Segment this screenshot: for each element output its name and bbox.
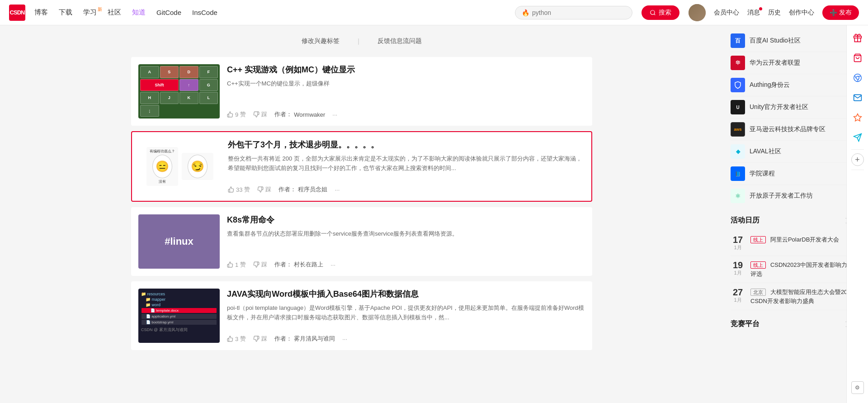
svg-line-1 bbox=[654, 14, 656, 15]
filter-bar: 修改兴趣标签 | 反馈信息流问题 bbox=[131, 33, 592, 50]
dislike-icon-1 bbox=[253, 111, 259, 118]
avatar-image bbox=[689, 4, 706, 21]
rail-item-star[interactable] bbox=[849, 109, 866, 126]
article-body-2: 外包干了3个月，技术退步明显。。。。。 整份文档一共有将近 200 页，全部为大… bbox=[228, 139, 584, 194]
partner-item-aws[interactable]: aws 亚马逊云科技技术品牌专区 › bbox=[731, 119, 861, 141]
message-badge bbox=[759, 7, 762, 10]
likes-4[interactable]: 3赞 bbox=[227, 335, 246, 343]
article-body-3: K8s常用命令 查看集群各节点的状态部署应用删除一个service服务查询ser… bbox=[227, 214, 585, 269]
article-title-1: C++ 实现游戏（例如MC）键位显示 bbox=[227, 64, 585, 76]
article-desc-1: C++实现一个MC的键位显示，超级像样 bbox=[227, 79, 585, 89]
rail-divider-2 bbox=[851, 170, 864, 170]
chrome-icon bbox=[853, 73, 862, 82]
likes-2[interactable]: 33赞 bbox=[228, 185, 250, 194]
filter-divider: | bbox=[358, 38, 359, 45]
filter-feedback-btn[interactable]: 反馈信息流问题 bbox=[377, 37, 422, 45]
main-layout: 修改兴趣标签 | 反馈信息流问题 A S D F Shift ↑ G H J K… bbox=[0, 25, 868, 363]
rail-settings-btn[interactable]: ⚙ bbox=[851, 381, 864, 394]
activity-item-3: 27 1月 北京 大模型智能应用生态大会暨2023 CSDN开发者影响力盛典 bbox=[731, 283, 861, 310]
shield-icon bbox=[734, 81, 742, 89]
likes-1[interactable]: 9赞 bbox=[227, 110, 246, 119]
article-thumb-meme: 有编程功底么？ 😑 没有 😏 bbox=[139, 139, 221, 194]
activity-section: 活动日历 更多> 17 1月 线上 阿里云PolarDB开发者大会 19 bbox=[731, 216, 861, 310]
svg-marker-14 bbox=[854, 114, 861, 121]
dislike-icon-4 bbox=[253, 336, 259, 342]
rail-add-btn[interactable]: + bbox=[851, 153, 864, 166]
article-thumb-game: A S D F Shift ↑ G H J K L ; bbox=[138, 64, 220, 119]
creator-center-btn[interactable]: 创作中心 bbox=[789, 9, 814, 17]
article-card-2[interactable]: 有编程功底么？ 😑 没有 😏 外包干了3个月，技术退步明显。。。。。 整份文档一… bbox=[131, 131, 592, 202]
search-icon: 🔥 bbox=[522, 9, 529, 16]
search-button[interactable]: 搜索 bbox=[642, 5, 679, 20]
like-icon-1 bbox=[227, 111, 233, 118]
contest-title: 竞赛平台 更多> bbox=[731, 319, 861, 329]
author-3: 作者：村长在路上 bbox=[274, 261, 323, 269]
nav-item-gitcode[interactable]: GitCode bbox=[156, 9, 181, 16]
partner-logo-openatom: ⚛ bbox=[731, 189, 745, 203]
message-btn[interactable]: 消息 bbox=[747, 9, 760, 17]
logo[interactable]: CSDN bbox=[9, 5, 25, 21]
rail-bottom: ⚙ bbox=[851, 174, 864, 398]
more-btn-1[interactable]: ··· bbox=[332, 111, 337, 118]
filter-tag-btn[interactable]: 修改兴趣标签 bbox=[302, 37, 340, 45]
shopping-bag-icon bbox=[853, 53, 862, 62]
article-card-1[interactable]: A S D F Shift ↑ G H J K L ; C++ 实现游戏（例如M… bbox=[131, 57, 592, 126]
avatar[interactable] bbox=[689, 4, 706, 21]
rail-item-bag[interactable] bbox=[849, 50, 866, 66]
partner-item-openatom[interactable]: ⚛ 开放原子开发者工作坊 › bbox=[731, 185, 861, 207]
rail-item-plane[interactable] bbox=[849, 129, 866, 146]
partner-item-laval[interactable]: ◆ LAVAL社区 › bbox=[731, 141, 861, 163]
likes-3[interactable]: 1赞 bbox=[227, 261, 246, 269]
activity-tag-2: 线上 bbox=[750, 261, 766, 269]
partner-logo-aws: aws bbox=[731, 122, 745, 137]
more-btn-4[interactable]: ··· bbox=[342, 336, 347, 342]
dislike-1[interactable]: 踩 bbox=[253, 110, 267, 119]
nav-item-learn[interactable]: 学习新 bbox=[83, 8, 97, 17]
plane-icon bbox=[853, 133, 862, 142]
nav-item-community[interactable]: 社区 bbox=[108, 8, 121, 17]
author-1: 作者：Wormwaker bbox=[274, 110, 325, 119]
publish-button[interactable]: ➕ 发布 bbox=[822, 5, 859, 20]
article-card-3[interactable]: #linux K8s常用命令 查看集群各节点的状态部署应用删除一个service… bbox=[131, 207, 592, 276]
nav-item-inscode[interactable]: InsCode bbox=[192, 9, 217, 16]
rail-item-chrome[interactable] bbox=[849, 70, 866, 86]
history-btn[interactable]: 历史 bbox=[768, 9, 781, 17]
partner-item-baidu[interactable]: 百 百度AI Studio社区 › bbox=[731, 30, 861, 52]
partner-item-authing[interactable]: Authing身份云 › bbox=[731, 74, 861, 96]
partner-item-unity[interactable]: U Unity官方开发者社区 › bbox=[731, 96, 861, 119]
article-card-4[interactable]: 📁 resources 📁 mapper 📁 word 📄 template.d… bbox=[131, 281, 592, 350]
partner-logo-unity: U bbox=[731, 100, 745, 114]
new-badge: 新 bbox=[98, 6, 102, 13]
article-title-4: JAVA实现向Word模板中插入Base64图片和数据信息 bbox=[227, 289, 585, 300]
like-icon-3 bbox=[227, 261, 233, 268]
partner-logo-authing bbox=[731, 78, 745, 92]
activity-item-2: 19 1月 线上 CSDN2023中国开发者影响力年度评选 bbox=[731, 256, 861, 283]
dislike-2[interactable]: 踩 bbox=[257, 185, 271, 194]
rail-item-mail[interactable] bbox=[849, 90, 866, 106]
content-area: 修改兴趣标签 | 反馈信息流问题 A S D F Shift ↑ G H J K… bbox=[122, 25, 601, 363]
article-desc-4: poi-tl（poi template language）是Word模板引擎，基… bbox=[227, 303, 585, 322]
main-nav: 博客 下载 学习新 社区 知道 GitCode InsCode bbox=[34, 8, 506, 17]
partner-item-huawei[interactable]: 华 华为云开发者联盟 › bbox=[731, 52, 861, 74]
partner-item-academy[interactable]: 📘 学院课程 › bbox=[731, 163, 861, 185]
publish-plus-icon: ➕ bbox=[830, 9, 837, 16]
mail-icon bbox=[853, 93, 862, 102]
search-area: 🔥 bbox=[515, 6, 632, 19]
search-input[interactable] bbox=[532, 9, 604, 16]
dislike-3[interactable]: 踩 bbox=[253, 261, 267, 269]
author-4: 作者：雾月清风与谁同 bbox=[274, 335, 335, 343]
more-btn-2[interactable]: ··· bbox=[335, 186, 340, 193]
more-btn-3[interactable]: ··· bbox=[330, 261, 335, 268]
article-body-4: JAVA实现向Word模板中插入Base64图片和数据信息 poi-tl（poi… bbox=[227, 289, 585, 343]
article-title-3: K8s常用命令 bbox=[227, 214, 585, 226]
nav-item-zhidao[interactable]: 知道 bbox=[132, 8, 146, 17]
gift-icon bbox=[853, 33, 862, 43]
nav-item-download[interactable]: 下载 bbox=[59, 8, 72, 17]
activity-tag-3: 北京 bbox=[750, 289, 766, 296]
dislike-4[interactable]: 踩 bbox=[253, 335, 267, 343]
partners-list: 百 百度AI Studio社区 › 华 华为云开发者联盟 › bbox=[731, 30, 861, 207]
member-center-btn[interactable]: 会员中心 bbox=[714, 9, 739, 17]
rail-item-gift[interactable] bbox=[849, 30, 866, 46]
nav-item-blog[interactable]: 博客 bbox=[34, 8, 48, 17]
article-meta-3: 1赞 踩 作者：村长在路上 ··· bbox=[227, 261, 585, 269]
